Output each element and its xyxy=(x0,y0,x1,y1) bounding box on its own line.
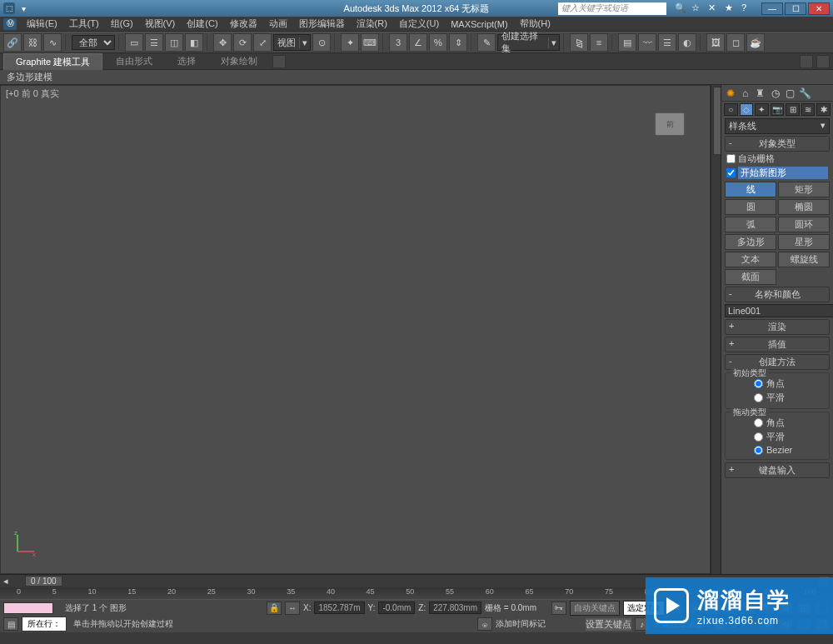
drag-bezier-radio[interactable] xyxy=(754,446,763,455)
shape-arc-button[interactable]: 弧 xyxy=(725,217,776,232)
z-coord-field[interactable]: 227.803mm xyxy=(429,602,481,614)
tab-paint[interactable]: 对象绘制 xyxy=(209,53,269,69)
listener-icon[interactable]: ▤ xyxy=(3,617,18,631)
shape-circle-button[interactable]: 圆 xyxy=(725,199,776,215)
shape-helix-button[interactable]: 螺旋线 xyxy=(778,252,830,267)
pivot-icon[interactable]: ⊙ xyxy=(312,33,331,52)
viewcube[interactable]: 前 xyxy=(655,112,685,136)
help-icon[interactable]: ? xyxy=(741,2,753,14)
lock-selection-icon[interactable]: 🔒 xyxy=(267,602,282,615)
close-button[interactable]: ✕ xyxy=(808,2,830,15)
selection-filter-dropdown[interactable]: 全部 xyxy=(72,35,115,50)
ribbon-ctrl-1[interactable] xyxy=(800,55,813,68)
y-coord-field[interactable]: -0.0mm xyxy=(378,602,415,614)
qat-icon[interactable]: ▾ xyxy=(22,4,26,13)
spinner-snap-icon[interactable]: ⇕ xyxy=(449,33,467,52)
angle-snap-icon[interactable]: ∠ xyxy=(409,33,427,52)
autogrid-checkbox[interactable] xyxy=(726,154,736,163)
spacewarps-cat-icon[interactable]: ≋ xyxy=(801,103,816,116)
shape-section-button[interactable]: 截面 xyxy=(725,269,776,285)
cameras-cat-icon[interactable]: 📷 xyxy=(771,103,785,116)
menu-render[interactable]: 渲染(R) xyxy=(352,17,392,30)
scale-icon[interactable]: ⤢ xyxy=(253,33,272,52)
location-button[interactable]: 所在行： xyxy=(22,617,67,632)
snap-toggle-icon[interactable]: 3 xyxy=(389,33,407,52)
mirror-icon[interactable]: ⧎ xyxy=(570,33,588,52)
rollout-name-color[interactable]: -名称和颜色 xyxy=(725,287,830,302)
tab-graphite[interactable]: Graphite 建模工具 xyxy=(3,53,102,70)
transform-typein-icon[interactable]: ↔ xyxy=(285,602,300,615)
bind-icon[interactable]: ∿ xyxy=(43,33,62,52)
render-setup-icon[interactable]: 🖼 xyxy=(706,33,725,52)
manipulate-icon[interactable]: ✦ xyxy=(341,33,359,52)
key-mode-icon[interactable]: 🗝 xyxy=(551,602,566,615)
create-subtype-dropdown[interactable]: 样条线▾ xyxy=(725,118,830,134)
layers-icon[interactable]: ▤ xyxy=(618,33,636,52)
maximize-button[interactable]: ☐ xyxy=(785,2,806,15)
hierarchy-tab-icon[interactable]: ♜ xyxy=(754,87,766,99)
init-corner-radio[interactable] xyxy=(754,379,763,388)
shapes-cat-icon[interactable]: ◇ xyxy=(740,103,754,116)
curve-editor-icon[interactable]: 〰 xyxy=(638,33,656,52)
menu-view[interactable]: 视图(V) xyxy=(140,17,181,30)
sub-icon[interactable]: ☆ xyxy=(691,2,703,14)
shape-line-button[interactable]: 线 xyxy=(725,182,776,197)
favorite-icon[interactable]: ★ xyxy=(725,2,736,14)
time-tag-icon[interactable]: ⍟ xyxy=(477,617,492,631)
rotate-icon[interactable]: ⟳ xyxy=(233,33,252,52)
align-icon[interactable]: ≡ xyxy=(590,33,608,52)
time-slider-handle[interactable]: 0 / 100 xyxy=(25,576,62,587)
maxscript-mini[interactable] xyxy=(3,602,53,614)
menu-group[interactable]: 组(G) xyxy=(106,17,138,30)
autokey-button[interactable]: 自动关键点 xyxy=(570,601,620,616)
app-menu-icon[interactable]: Ⓜ xyxy=(3,18,17,30)
shape-ngon-button[interactable]: 多边形 xyxy=(725,234,776,250)
object-name-input[interactable] xyxy=(725,304,833,317)
minimize-button[interactable]: — xyxy=(761,2,783,15)
menu-modifiers[interactable]: 修改器 xyxy=(225,17,262,30)
viewport-scrollbar[interactable] xyxy=(711,85,721,574)
geometry-cat-icon[interactable]: ○ xyxy=(724,103,738,116)
menu-help[interactable]: 帮助(H) xyxy=(515,17,556,30)
shape-text-button[interactable]: 文本 xyxy=(725,252,776,267)
rollout-keyboard[interactable]: +键盘输入 xyxy=(725,462,830,478)
rollout-render[interactable]: +渲染 xyxy=(725,319,830,335)
shape-star-button[interactable]: 星形 xyxy=(778,234,830,250)
search-icon[interactable]: 🔍 xyxy=(675,2,686,14)
setkey-button[interactable]: 设置关键点 xyxy=(586,618,631,631)
menu-graph-editors[interactable]: 图形编辑器 xyxy=(294,17,350,30)
drag-corner-radio[interactable] xyxy=(754,418,763,427)
ribbon-ctrl-2[interactable] xyxy=(816,55,830,68)
link-icon[interactable]: 🔗 xyxy=(3,33,22,52)
shape-donut-button[interactable]: 圆环 xyxy=(778,217,830,232)
startnew-checkbox[interactable] xyxy=(726,168,736,177)
exchange-icon[interactable]: ✕ xyxy=(708,2,720,14)
render-icon[interactable]: ☕ xyxy=(746,33,765,52)
tab-selection[interactable]: 选择 xyxy=(166,53,207,69)
motion-tab-icon[interactable]: ◷ xyxy=(769,87,781,99)
display-tab-icon[interactable]: ▢ xyxy=(784,87,796,99)
window-crossing-icon[interactable]: ◧ xyxy=(185,33,203,52)
ribbon-min-icon[interactable] xyxy=(272,55,286,68)
move-icon[interactable]: ✥ xyxy=(213,33,232,52)
utilities-tab-icon[interactable]: 🔧 xyxy=(799,87,811,99)
help-search-input[interactable]: 键入关键字或短语 xyxy=(558,2,666,15)
viewport[interactable]: [+0 前 0 真实 前 y z z x xyxy=(0,85,711,574)
drag-smooth-radio[interactable] xyxy=(754,432,763,442)
rendered-fb-icon[interactable]: ◻ xyxy=(726,33,745,52)
shape-ellipse-button[interactable]: 椭圆 xyxy=(778,199,830,215)
keymode-icon[interactable]: ⌨ xyxy=(361,33,379,52)
percent-snap-icon[interactable]: % xyxy=(429,33,447,52)
schematic-icon[interactable]: ☰ xyxy=(658,33,676,52)
select-region-icon[interactable]: ◫ xyxy=(165,33,183,52)
init-smooth-radio[interactable] xyxy=(754,393,763,402)
rollout-object-type[interactable]: -对象类型 xyxy=(725,136,830,152)
edit-sel-set-icon[interactable]: ✎ xyxy=(477,33,496,52)
systems-cat-icon[interactable]: ✱ xyxy=(816,103,831,116)
select-name-icon[interactable]: ☰ xyxy=(145,33,163,52)
ref-coord-dropdown[interactable]: 视图▾ xyxy=(273,34,311,51)
helpers-cat-icon[interactable]: ⊞ xyxy=(786,103,800,116)
menu-customize[interactable]: 自定义(U) xyxy=(394,17,444,30)
menu-create[interactable]: 创建(C) xyxy=(182,17,222,30)
rollout-interp[interactable]: +插值 xyxy=(725,337,830,352)
